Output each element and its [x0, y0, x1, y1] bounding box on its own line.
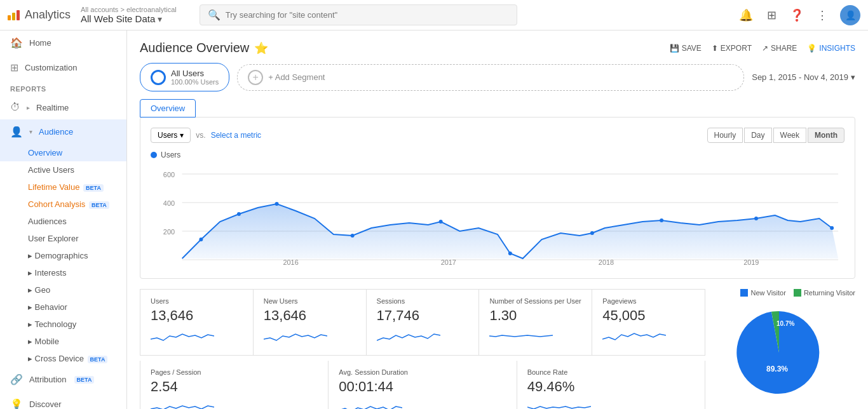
stat-sessions-per-user: Number of Sessions per User 1.30 [479, 290, 592, 355]
chart-container: Users ▾ vs. Select a metric Hourly Day W… [140, 117, 855, 279]
stat-bounce-rate: Bounce Rate 49.46% [517, 361, 705, 409]
svg-text:400: 400 [163, 199, 175, 207]
sidebar-sub-mobile[interactable]: ▸ Mobile [0, 333, 126, 350]
month-button[interactable]: Month [808, 128, 844, 143]
save-icon: 💾 [670, 44, 679, 53]
avatar[interactable]: 👤 [840, 5, 860, 25]
chart-legend: Users [151, 151, 844, 159]
export-icon: ⬆ [712, 44, 718, 53]
cross-device-beta-badge: BETA [88, 356, 108, 363]
export-action[interactable]: ⬆ EXPORT [712, 44, 752, 53]
help-icon[interactable]: ❓ [789, 8, 804, 23]
bounce-rate-sparkline [527, 398, 591, 409]
sidebar-sub-interests[interactable]: ▸ Interests [0, 264, 126, 281]
sidebar-sub-audiences[interactable]: Audiences [0, 213, 126, 230]
app-title: Analytics [25, 8, 71, 22]
sidebar-sub-cross-device[interactable]: ▸ Cross Device BETA [0, 350, 126, 367]
users-sparkline [151, 326, 214, 345]
verified-icon: ⭐ [254, 41, 268, 55]
account-dropdown-icon: ▾ [158, 14, 162, 24]
stat-avg-session-duration: Avg. Session Duration 00:01:44 [329, 361, 516, 409]
returning-visitor-legend: Returning Visitor [794, 289, 855, 297]
new-visitor-legend: New Visitor [740, 289, 785, 297]
avg-session-duration-sparkline [339, 398, 402, 409]
pie-chart-section: New Visitor Returning Visitor 89.3% [715, 289, 855, 409]
overview-tab[interactable]: Overview [140, 99, 196, 117]
sessions-per-user-sparkline [489, 326, 553, 345]
sidebar-sub-geo[interactable]: ▸ Geo [0, 281, 126, 298]
apps-icon[interactable]: ⊞ [764, 8, 779, 23]
new-users-sparkline [264, 326, 327, 345]
page-header: Audience Overview ⭐ 💾 SAVE ⬆ EXPORT ↗ SH… [140, 41, 855, 55]
search-input[interactable] [226, 10, 509, 20]
audience-expand-icon: ▾ [29, 128, 32, 135]
attribution-beta-badge: BETA [74, 376, 95, 384]
realtime-icon: ⏱ [10, 102, 20, 113]
stat-sessions: Sessions 17,746 [367, 290, 479, 355]
sidebar-item-discover[interactable]: 💡 Discover [0, 392, 126, 409]
hourly-button[interactable]: Hourly [707, 128, 743, 143]
pie-chart: 89.3% 10.7% [715, 302, 843, 403]
search-bar[interactable]: 🔍 [200, 4, 517, 25]
select-metric-link[interactable]: Select a metric [211, 131, 261, 140]
save-action[interactable]: 💾 SAVE [670, 44, 702, 53]
sidebar: 🏠 Home ⊞ Customization REPORTS ⏱ ▸ Realt… [0, 30, 127, 409]
stat-new-users: New Users 13,646 [254, 290, 366, 355]
sessions-sparkline [377, 326, 440, 345]
stat-pages-session: Pages / Session 2.54 [140, 361, 328, 409]
sidebar-sub-cohort-analysis[interactable]: Cohort Analysis BETA [0, 196, 126, 213]
svg-point-18 [590, 231, 594, 235]
sidebar-sub-active-users[interactable]: Active Users [0, 161, 126, 178]
sidebar-item-attribution[interactable]: 🔗 Attribution BETA [0, 367, 126, 392]
sidebar-sub-lifetime-value[interactable]: Lifetime Value BETA [0, 178, 126, 196]
users-chart: 600 400 200 2016 2017 2018 2019 [151, 164, 844, 266]
sidebar-item-home[interactable]: 🏠 Home [0, 30, 126, 55]
sidebar-item-realtime[interactable]: ⏱ ▸ Realtime [0, 95, 126, 119]
stats-section: Users 13,646 New Users 13,646 [140, 289, 705, 409]
share-action[interactable]: ↗ SHARE [762, 44, 797, 53]
svg-point-12 [199, 238, 203, 241]
reports-section-label: REPORTS [0, 80, 126, 95]
svg-point-20 [754, 217, 758, 220]
date-range-chevron-icon: ▾ [851, 72, 855, 82]
customization-icon: ⊞ [10, 62, 18, 74]
svg-text:2016: 2016 [283, 258, 298, 266]
logo-area: Analytics [8, 8, 71, 22]
users-legend-dot [151, 152, 157, 158]
notifications-icon[interactable]: 🔔 [738, 8, 754, 23]
audience-icon: 👤 [10, 126, 23, 138]
breadcrumb: All accounts > electroanalytical [81, 6, 177, 13]
stat-users: Users 13,646 [140, 290, 253, 355]
time-period-buttons: Hourly Day Week Month [707, 128, 844, 143]
discover-icon: 💡 [10, 398, 23, 409]
content-area: Audience Overview ⭐ 💾 SAVE ⬆ EXPORT ↗ SH… [127, 30, 868, 409]
all-users-segment[interactable]: All Users 100.00% Users [140, 63, 229, 91]
pageviews-sparkline [602, 326, 666, 345]
segment-percent: 100.00% Users [171, 78, 219, 86]
sidebar-item-customization[interactable]: ⊞ Customization [0, 55, 126, 80]
segment-name: All Users [171, 69, 219, 78]
account-name[interactable]: All Web Site Data ▾ [81, 13, 177, 24]
more-icon[interactable]: ⋮ [815, 8, 830, 23]
sidebar-sub-user-explorer[interactable]: User Explorer [0, 230, 126, 247]
sidebar-sub-behavior[interactable]: ▸ Behavior [0, 298, 126, 316]
stats-grid-row1: Users 13,646 New Users 13,646 [140, 289, 705, 356]
insights-action[interactable]: 💡 INSIGHTS [807, 44, 855, 53]
sidebar-sub-overview[interactable]: Overview [0, 144, 126, 161]
svg-text:600: 600 [163, 171, 175, 178]
svg-text:2018: 2018 [599, 258, 614, 266]
day-button[interactable]: Day [744, 128, 771, 143]
date-range-picker[interactable]: Sep 1, 2015 - Nov 4, 2019 ▾ [752, 72, 855, 82]
week-button[interactable]: Week [773, 128, 806, 143]
svg-point-17 [508, 251, 512, 255]
sidebar-sub-technology[interactable]: ▸ Technology [0, 316, 126, 333]
metric-selector: Users ▾ vs. Select a metric [151, 128, 261, 143]
metric-dropdown-button[interactable]: Users ▾ [151, 128, 191, 143]
search-icon: 🔍 [208, 9, 220, 21]
svg-point-16 [439, 220, 443, 224]
sidebar-item-audience[interactable]: 👤 ▾ Audience [0, 119, 126, 144]
account-info: All accounts > electroanalytical All Web… [81, 6, 177, 24]
add-segment-button[interactable]: + + Add Segment [237, 64, 744, 91]
sidebar-sub-demographics[interactable]: ▸ Demographics [0, 247, 126, 264]
cohort-analysis-beta-badge: BETA [89, 201, 109, 209]
